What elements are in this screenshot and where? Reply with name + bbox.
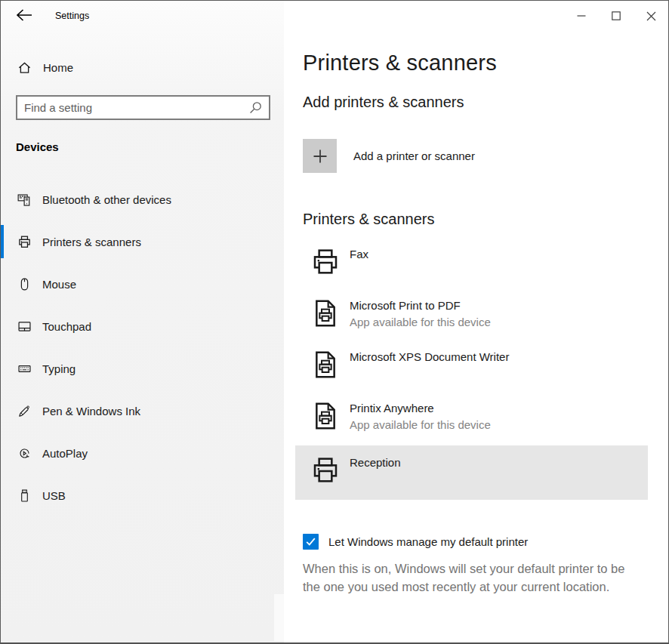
sidebar-item-mouse[interactable]: Mouse xyxy=(1,263,284,305)
minimize-button[interactable] xyxy=(564,1,599,31)
document-printer-icon xyxy=(310,298,341,328)
window-controls xyxy=(564,1,668,31)
sidebar-item-label: Bluetooth & other devices xyxy=(42,193,171,206)
printer-name: Microsoft XPS Document Writer xyxy=(350,350,509,363)
touchpad-icon xyxy=(17,319,32,334)
close-icon xyxy=(646,11,656,21)
pen-icon xyxy=(17,404,32,418)
printer-row-printix[interactable]: Printix Anywhere App available for this … xyxy=(295,394,648,445)
printers-section-heading: Printers & scanners xyxy=(303,211,668,228)
autoplay-icon xyxy=(17,446,32,461)
minimize-icon xyxy=(577,11,586,20)
printer-row-print-to-pdf[interactable]: Microsoft Print to PDF App available for… xyxy=(295,291,648,343)
plus-icon xyxy=(311,147,329,165)
document-printer-icon xyxy=(310,350,341,380)
sidebar-nav: Bluetooth & other devices Printers & sca… xyxy=(1,178,284,516)
printer-icon xyxy=(310,455,341,485)
printer-row-xps-writer[interactable]: Microsoft XPS Document Writer xyxy=(295,343,648,394)
settings-window: Home Devices Bluetooth & other devices xyxy=(0,0,669,644)
add-section-heading: Add printers & scanners xyxy=(303,94,668,111)
usb-icon xyxy=(17,488,32,503)
sidebar-item-label: Touchpad xyxy=(42,320,91,333)
back-arrow-icon xyxy=(15,8,33,23)
sidebar-item-home[interactable]: Home xyxy=(1,52,284,82)
printer-row-fax[interactable]: Fax xyxy=(295,240,648,291)
sidebar-item-label: Pen & Windows Ink xyxy=(42,405,140,418)
sidebar-item-label: Mouse xyxy=(42,278,76,291)
printer-name: Fax xyxy=(350,248,368,260)
printer-name: Printix Anywhere xyxy=(350,402,491,414)
sidebar-item-printers[interactable]: Printers & scanners xyxy=(1,220,284,263)
close-button[interactable] xyxy=(634,1,668,31)
checkmark-icon xyxy=(305,536,316,547)
printer-name: Microsoft Print to PDF xyxy=(350,299,491,312)
document-printer-icon xyxy=(310,401,341,431)
default-printer-checkbox-row[interactable]: Let Windows manage my default printer xyxy=(303,534,668,550)
printer-name: Reception xyxy=(350,456,401,469)
sidebar-item-typing[interactable]: Typing xyxy=(1,347,284,390)
sidebar: Home Devices Bluetooth & other devices xyxy=(1,1,284,642)
add-square xyxy=(303,139,337,173)
add-printer-label: Add a printer or scanner xyxy=(353,149,475,162)
main-content: Printers & scanners Add printers & scann… xyxy=(284,31,668,642)
default-printer-checkbox[interactable] xyxy=(303,534,319,550)
sidebar-section-header: Devices xyxy=(16,140,59,153)
maximize-button[interactable] xyxy=(599,1,634,31)
keyboard-icon xyxy=(17,362,32,376)
printer-icon xyxy=(310,247,341,277)
printer-status: App available for this device xyxy=(350,418,491,431)
sidebar-item-autoplay[interactable]: AutoPlay xyxy=(1,432,284,474)
sidebar-item-label: Typing xyxy=(42,362,76,375)
default-printer-checkbox-label: Let Windows manage my default printer xyxy=(328,535,528,548)
default-printer-section: Let Windows manage my default printer Wh… xyxy=(303,534,668,596)
back-button[interactable] xyxy=(11,6,37,26)
sidebar-item-bluetooth[interactable]: Bluetooth & other devices xyxy=(1,178,284,220)
mouse-icon xyxy=(17,277,32,291)
search-input[interactable] xyxy=(24,101,249,114)
printer-icon xyxy=(17,235,32,249)
default-printer-description: When this is on, Windows will set your d… xyxy=(303,559,644,596)
sidebar-item-label: AutoPlay xyxy=(42,447,88,460)
window-title: Settings xyxy=(55,11,89,21)
sidebar-item-touchpad[interactable]: Touchpad xyxy=(1,305,284,347)
page-title: Printers & scanners xyxy=(303,51,668,75)
sidebar-scrollbar[interactable] xyxy=(274,594,284,641)
sidebar-item-label: Printers & scanners xyxy=(42,236,141,248)
maximize-icon xyxy=(612,11,621,20)
home-icon xyxy=(17,60,32,75)
search-icon xyxy=(249,101,262,114)
titlebar: Settings xyxy=(1,1,668,31)
add-printer-button[interactable]: Add a printer or scanner xyxy=(295,139,648,173)
printer-status: App available for this device xyxy=(350,316,491,328)
printer-list: Fax Microsoft Print to PDF App available… xyxy=(295,240,648,500)
home-label: Home xyxy=(43,61,73,74)
sidebar-item-usb[interactable]: USB xyxy=(1,474,284,516)
sidebar-item-pen[interactable]: Pen & Windows Ink xyxy=(1,390,284,432)
search-box[interactable] xyxy=(16,95,270,120)
sidebar-item-label: USB xyxy=(42,489,66,502)
printer-row-reception[interactable]: Reception xyxy=(295,445,648,500)
devices-icon xyxy=(17,193,32,207)
